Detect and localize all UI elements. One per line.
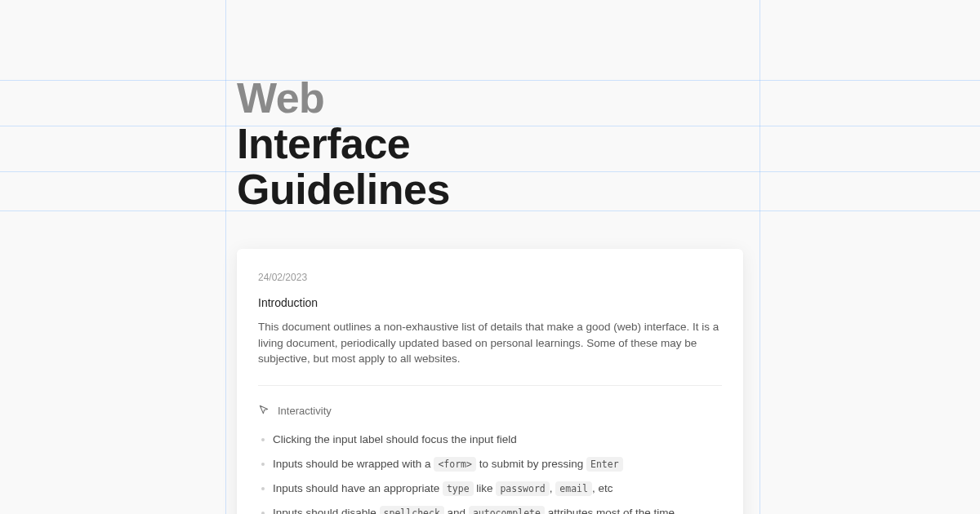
code-pill: type <box>443 481 474 496</box>
title-line-3: Guidelines <box>237 166 450 212</box>
title-line-2: Interface <box>237 121 450 166</box>
code-pill: spellcheck <box>380 506 444 514</box>
page-title: Web Interface Guidelines <box>237 75 450 212</box>
list-item: Inputs should be wrapped with a <form> t… <box>261 456 722 472</box>
title-line-1: Web <box>237 75 450 121</box>
list-item: Inputs should have an appropriate type l… <box>261 481 722 497</box>
list-item: Inputs should disable spellcheck and aut… <box>261 505 722 514</box>
content-card: 24/02/2023 Introduction This document ou… <box>237 249 743 514</box>
section-label: Interactivity <box>278 405 332 417</box>
cursor-icon <box>258 404 270 419</box>
guideline-list: Clicking the input label should focus th… <box>258 432 722 514</box>
code-pill: <form> <box>434 457 476 472</box>
code-pill: Enter <box>586 457 623 472</box>
intro-text: This document outlines a non-exhaustive … <box>258 319 722 367</box>
divider <box>258 385 722 386</box>
list-item: Clicking the input label should focus th… <box>261 432 722 448</box>
code-pill: password <box>496 481 549 496</box>
code-pill: autocomplete <box>469 506 545 514</box>
intro-heading: Introduction <box>258 296 722 309</box>
code-pill: email <box>555 481 592 496</box>
publish-date: 24/02/2023 <box>258 272 722 283</box>
section-header: Interactivity <box>258 404 722 419</box>
